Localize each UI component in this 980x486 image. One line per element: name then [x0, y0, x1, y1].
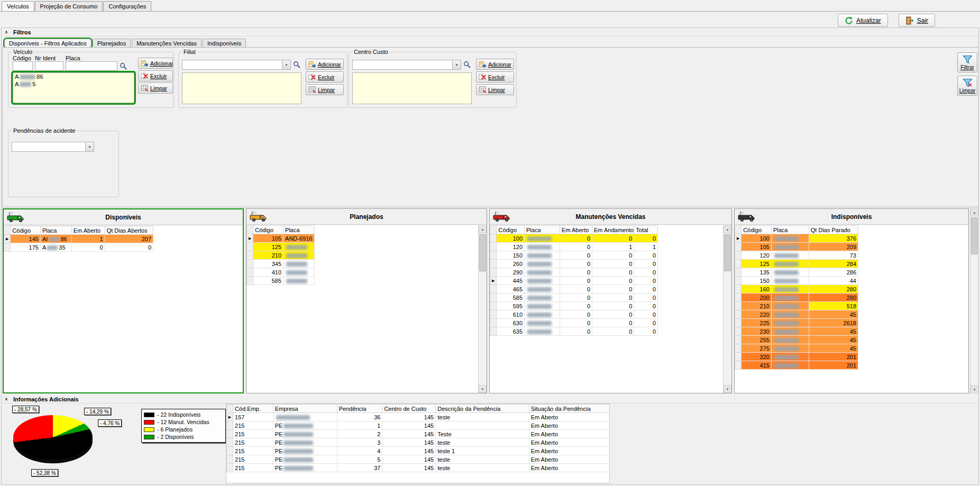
manutencoes-vencidas-row[interactable]: 120011 — [490, 243, 658, 251]
sair-button[interactable]: Sair — [899, 14, 935, 27]
manutencoes-vencidas-column-em-andamento[interactable]: Em Andamento — [592, 226, 634, 234]
veiculo-codigo-input[interactable] — [13, 61, 33, 71]
scroll-up-button[interactable] — [970, 208, 978, 216]
filial-search-icon[interactable] — [293, 61, 301, 69]
pendencias-row[interactable]: 215PE4145teste 1Em Aberto — [227, 447, 610, 455]
scroll-thumb[interactable] — [724, 234, 731, 271]
indisponiveis-row[interactable]: 12073 — [735, 251, 858, 260]
disponiveis-row[interactable]: 175A3500 — [4, 243, 153, 252]
veiculo-selected-list[interactable]: A86A5 — [13, 72, 134, 103]
indisponiveis-row[interactable]: 15044 — [735, 277, 858, 285]
filial-combo[interactable] — [182, 60, 291, 70]
manutencoes-vencidas-column-codigo[interactable]: Código — [497, 226, 525, 234]
main-tab-projecao-de-consumo[interactable]: Projeção de Consumo — [35, 1, 103, 11]
collapse-chevron-icon[interactable]: ∧ — [5, 30, 10, 34]
indisponiveis-row[interactable]: ▶100376 — [735, 234, 858, 243]
main-tab-configuracoes[interactable]: Configurações — [103, 1, 151, 11]
pendencias-row[interactable]: 215PE2145TesteEm Aberto — [227, 430, 610, 438]
manutencoes-vencidas-row[interactable]: ▶445000 — [490, 277, 658, 285]
veiculo-excluir-button[interactable]: Excluir — [138, 70, 173, 81]
centro-custo-adicionar-button[interactable]: Adicionar — [476, 59, 514, 70]
pendencias-column-cod-emp[interactable]: Cód.Emp. — [233, 405, 273, 413]
pendencias-row[interactable]: 215PE1145Em Aberto — [227, 421, 610, 430]
scroll-thumb[interactable] — [479, 234, 486, 271]
indisponiveis-row[interactable]: 160280 — [735, 285, 858, 294]
indisponiveis-row[interactable]: 415201 — [735, 361, 858, 370]
filter-tab-planejados[interactable]: Planejados — [93, 39, 131, 48]
indisponiveis-row[interactable]: 210518 — [735, 302, 858, 310]
pendencias-column-pendencia[interactable]: Pendência — [337, 405, 382, 413]
dropdown-arrow-icon[interactable] — [85, 142, 94, 151]
planejados-column-codigo[interactable]: Código — [253, 226, 283, 234]
limpar-filtro-button[interactable]: Limpar — [957, 76, 977, 96]
indisponiveis-row[interactable]: 2252618 — [735, 319, 858, 327]
scroll-thumb[interactable] — [971, 217, 978, 254]
veiculo-placa-input[interactable] — [66, 61, 117, 71]
manutencoes-vencidas-column-em-aberto[interactable]: Em Aberto — [560, 226, 592, 234]
disponiveis-column-em-aberto[interactable]: Em Aberto — [71, 226, 105, 235]
manutencoes-vencidas-column-placa[interactable]: Placa — [525, 226, 560, 234]
main-tab-veiculos[interactable]: Veículos — [2, 1, 34, 11]
filial-selected-list[interactable] — [182, 72, 301, 104]
manutencoes-vencidas-row[interactable]: 630000 — [490, 319, 658, 327]
indisponiveis-row[interactable]: 27545 — [735, 344, 858, 353]
planejados-row[interactable]: 125 — [247, 243, 315, 251]
pendencias-row[interactable]: ▶15736145testeEm Aberto — [227, 413, 610, 421]
manutencoes-vencidas-row[interactable]: 595000 — [490, 302, 658, 310]
filter-tab-manutencoes-vencidas[interactable]: Manutenções Vencidas — [132, 39, 202, 48]
planejados-row[interactable]: ▶105AND-6916 — [247, 234, 315, 243]
manutencoes-vencidas-row[interactable]: 465000 — [490, 285, 658, 294]
centro-custo-search-icon[interactable] — [463, 61, 471, 69]
planejados-row[interactable]: 210 — [247, 251, 315, 260]
scroll-track[interactable] — [723, 233, 731, 385]
veiculo-nr-ident-input[interactable] — [35, 61, 63, 71]
veiculo-list-item[interactable]: A5 — [13, 80, 134, 88]
manutencoes-vencidas-row[interactable]: 585000 — [490, 294, 658, 302]
filial-limpar-button[interactable]: Limpar — [306, 84, 344, 95]
scroll-up-button[interactable] — [479, 225, 487, 233]
manutencoes-vencidas-row[interactable]: 260000 — [490, 260, 658, 268]
planejados-column-placa[interactable]: Placa — [283, 226, 315, 234]
indisponiveis-row[interactable]: 320201 — [735, 353, 858, 361]
pendencias-row[interactable]: 215PE5145testeEm Aberto — [227, 455, 610, 464]
indisponiveis-row[interactable]: 23045 — [735, 327, 858, 336]
filtros-section-header[interactable]: ∧ Filtros — [2, 28, 978, 36]
indisponiveis-row[interactable]: 105209 — [735, 243, 858, 251]
veiculo-limpar-button[interactable]: Limpar — [138, 82, 173, 94]
planejados-row[interactable]: 410 — [247, 268, 315, 277]
indisponiveis-row[interactable]: 25545 — [735, 336, 858, 344]
manutencoes-vencidas-row[interactable]: 290000 — [490, 268, 658, 277]
atualizar-button[interactable]: Atualizar — [838, 14, 888, 27]
manutencoes-vencidas-row[interactable]: 610000 — [490, 310, 658, 319]
filtrar-button[interactable]: Filtrar — [957, 52, 977, 72]
info-section-header[interactable]: ∧ Informações Adicionais — [2, 395, 978, 404]
scroll-track[interactable] — [970, 216, 978, 386]
scroll-down-button[interactable] — [723, 385, 731, 393]
disponiveis-column-placa[interactable]: Placa — [40, 226, 71, 235]
manutencoes-vencidas-row[interactable]: 635000 — [490, 327, 658, 336]
indisponiveis-row[interactable]: 200280 — [735, 294, 858, 302]
dropdown-arrow-icon[interactable] — [282, 60, 290, 69]
veiculo-search-icon[interactable] — [120, 62, 127, 70]
indisponiveis-column-codigo[interactable]: Código — [741, 226, 772, 234]
disponiveis-row[interactable]: ▶145AI861207 — [4, 235, 153, 243]
veiculo-adicionar-button[interactable]: Adicionar — [138, 58, 173, 69]
indisponiveis-row[interactable]: 135286 — [735, 268, 858, 277]
collapse-chevron-icon[interactable]: ∧ — [5, 397, 10, 401]
dropdown-arrow-icon[interactable] — [452, 60, 461, 69]
planejados-row[interactable]: 345 — [247, 260, 315, 268]
scroll-down-button[interactable] — [479, 385, 487, 393]
pendencias-column-situacao-da-pendencia[interactable]: Situação da Pendência — [529, 405, 610, 413]
pendencias-column-empresa[interactable]: Empresa — [273, 405, 337, 413]
pendencias-row[interactable]: 215PE37145testeEm Aberto — [227, 464, 610, 472]
disponiveis-column-codigo[interactable]: Código — [11, 226, 41, 235]
filial-excluir-button[interactable]: Excluir — [306, 71, 344, 82]
indisponiveis-row[interactable]: 125284 — [735, 260, 858, 268]
scroll-up-button[interactable] — [723, 225, 731, 233]
pendencias-column-descricao-da-pendencia[interactable]: Descrição da Pendência — [436, 405, 529, 413]
manutencoes-vencidas-row[interactable]: 150000 — [490, 251, 658, 260]
indisponiveis-row[interactable]: 22045 — [735, 310, 858, 319]
planejados-row[interactable]: 585 — [247, 277, 315, 285]
filter-tab-indisponiveis[interactable]: Indisponíveis — [203, 39, 246, 48]
veiculo-list-item[interactable]: A86 — [13, 73, 134, 80]
